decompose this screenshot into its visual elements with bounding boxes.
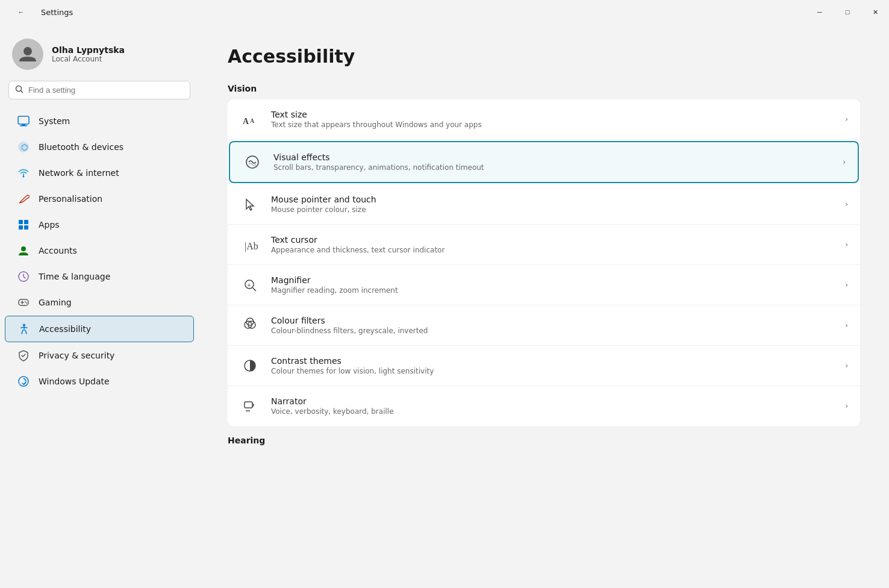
contrast-themes-chevron: › <box>845 361 848 370</box>
narrator-info: Narrator Voice, verbosity, keyboard, bra… <box>271 396 834 416</box>
user-section[interactable]: Olha Lypnytska Local Account <box>0 30 199 81</box>
mouse-pointer-info: Mouse pointer and touch Mouse pointer co… <box>271 195 834 214</box>
text-cursor-info: Text cursor Appearance and thickness, te… <box>271 235 834 254</box>
gaming-icon <box>17 296 30 309</box>
svg-text:|Ab: |Ab <box>245 241 258 252</box>
user-info: Olha Lypnytska Local Account <box>52 45 125 63</box>
sidebar-item-label-time: Time & language <box>39 272 110 281</box>
colour-filters-info: Colour filters Colour-blindness filters,… <box>271 316 834 335</box>
sidebar-item-privacy[interactable]: Privacy & security <box>5 343 194 368</box>
apps-icon <box>17 218 30 231</box>
text-cursor-desc: Appearance and thickness, text cursor in… <box>271 246 834 254</box>
content-area: Accessibility Vision A A Text size Text … <box>199 24 889 588</box>
sidebar-item-gaming[interactable]: Gaming <box>5 290 194 315</box>
sidebar-item-bluetooth[interactable]: ⬡ Bluetooth & devices <box>5 134 194 160</box>
back-button[interactable]: ← <box>7 2 35 22</box>
contrast-themes-desc: Colour themes for low vision, light sens… <box>271 367 834 375</box>
sidebar-item-label-apps: Apps <box>39 220 60 230</box>
update-icon <box>17 375 30 388</box>
search-box[interactable] <box>8 81 190 99</box>
settings-item-mouse-pointer[interactable]: Mouse pointer and touch Mouse pointer co… <box>228 184 860 225</box>
svg-rect-4 <box>22 124 25 125</box>
magnifier-icon: + <box>240 275 260 295</box>
mouse-pointer-chevron: › <box>845 200 848 208</box>
svg-point-16 <box>25 301 26 302</box>
sidebar-item-label-accounts: Accounts <box>39 246 77 255</box>
search-icon <box>15 85 23 95</box>
visual-effects-info: Visual effects Scroll bars, transparency… <box>273 152 832 172</box>
settings-item-magnifier[interactable]: + Magnifier Magnifier reading, zoom incr… <box>228 265 860 305</box>
sidebar-item-time[interactable]: Time & language <box>5 264 194 289</box>
svg-point-0 <box>23 47 32 55</box>
settings-item-colour-filters[interactable]: Colour filters Colour-blindness filters,… <box>228 305 860 346</box>
search-input[interactable] <box>28 86 184 95</box>
colour-filters-desc: Colour-blindness filters, greyscale, inv… <box>271 327 834 335</box>
time-icon <box>17 270 30 283</box>
accessibility-icon <box>17 322 31 336</box>
sidebar-item-label-bluetooth: Bluetooth & devices <box>39 142 123 152</box>
sidebar-item-accounts[interactable]: Accounts <box>5 238 194 263</box>
narrator-title: Narrator <box>271 396 834 406</box>
sidebar-item-label-update: Windows Update <box>39 377 110 386</box>
visual-effects-icon <box>242 152 263 172</box>
titlebar: ← Settings ─ □ ✕ <box>0 0 889 24</box>
sidebar-item-accessibility[interactable]: Accessibility <box>5 316 194 342</box>
accounts-icon <box>17 244 30 257</box>
settings-item-visual-effects[interactable]: Visual effects Scroll bars, transparency… <box>229 141 859 183</box>
settings-item-contrast-themes[interactable]: Contrast themes Colour themes for low vi… <box>228 346 860 386</box>
sidebar-item-update[interactable]: Windows Update <box>5 369 194 394</box>
mouse-pointer-icon <box>240 194 260 214</box>
narrator-desc: Voice, verbosity, keyboard, braille <box>271 407 834 416</box>
colour-filters-icon <box>240 315 260 336</box>
svg-text:+: + <box>247 283 251 288</box>
app-title: Settings <box>41 8 73 17</box>
settings-item-narrator[interactable]: Narrator Voice, verbosity, keyboard, bra… <box>228 386 860 426</box>
avatar <box>12 39 43 70</box>
contrast-themes-info: Contrast themes Colour themes for low vi… <box>271 356 834 375</box>
contrast-themes-icon <box>240 355 260 376</box>
text-size-title: Text size <box>271 110 834 119</box>
svg-text:⬡: ⬡ <box>21 143 28 152</box>
svg-rect-9 <box>19 220 23 224</box>
text-size-chevron: › <box>845 115 848 124</box>
privacy-icon <box>17 349 30 362</box>
magnifier-info: Magnifier Magnifier reading, zoom increm… <box>271 275 834 295</box>
magnifier-desc: Magnifier reading, zoom increment <box>271 286 834 295</box>
close-button[interactable]: ✕ <box>861 2 889 22</box>
sidebar-item-label-accessibility: Accessibility <box>39 324 91 334</box>
colour-filters-title: Colour filters <box>271 316 834 325</box>
svg-rect-10 <box>24 220 28 224</box>
svg-rect-11 <box>19 225 23 230</box>
text-size-icon: A A <box>240 109 260 130</box>
page-title: Accessibility <box>228 46 860 67</box>
visual-effects-desc: Scroll bars, transparency, animations, n… <box>273 163 832 172</box>
sidebar-item-label-system: System <box>39 116 70 126</box>
sidebar-item-personalisation[interactable]: Personalisation <box>5 186 194 211</box>
svg-point-1 <box>16 86 22 92</box>
settings-item-text-size[interactable]: A A Text size Text size that appears thr… <box>228 99 860 140</box>
section-label-hearing: Hearing <box>228 436 860 445</box>
user-account-type: Local Account <box>52 55 125 63</box>
visual-effects-chevron: › <box>843 158 846 166</box>
minimize-button[interactable]: ─ <box>806 2 834 22</box>
mouse-pointer-title: Mouse pointer and touch <box>271 195 834 204</box>
window-controls: ─ □ ✕ <box>806 2 889 22</box>
sidebar-item-label-gaming: Gaming <box>39 298 72 307</box>
sidebar-item-apps[interactable]: Apps <box>5 212 194 237</box>
sidebar-item-system[interactable]: System <box>5 108 194 134</box>
mouse-pointer-desc: Mouse pointer colour, size <box>271 205 834 214</box>
svg-text:A: A <box>250 117 255 124</box>
app-body: Olha Lypnytska Local Account <box>0 24 889 588</box>
maximize-button[interactable]: □ <box>834 2 861 22</box>
narrator-chevron: › <box>845 402 848 410</box>
text-cursor-icon: |Ab <box>240 234 260 255</box>
svg-rect-31 <box>245 402 252 408</box>
magnifier-chevron: › <box>845 281 848 289</box>
sidebar: Olha Lypnytska Local Account <box>0 24 199 588</box>
narrator-icon <box>240 396 260 416</box>
svg-point-8 <box>23 176 25 178</box>
sidebar-item-network[interactable]: Network & internet <box>5 160 194 186</box>
personalisation-icon <box>17 192 30 205</box>
system-icon <box>17 114 30 128</box>
settings-item-text-cursor[interactable]: |Ab Text cursor Appearance and thickness… <box>228 225 860 265</box>
